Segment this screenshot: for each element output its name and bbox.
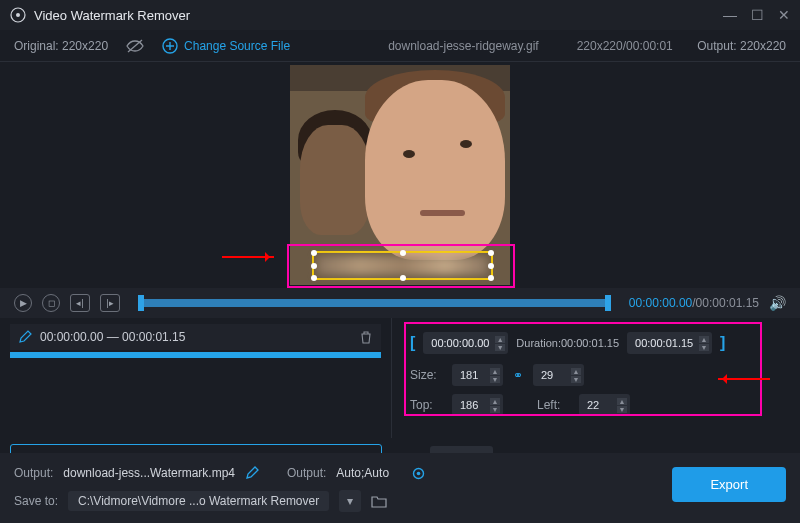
- size-label: Size:: [410, 368, 442, 382]
- clip-timeline[interactable]: [10, 352, 381, 358]
- minimize-button[interactable]: —: [723, 7, 737, 23]
- close-button[interactable]: ✕: [778, 7, 790, 23]
- output-settings-button[interactable]: [411, 466, 426, 481]
- clips-panel: 00:00:00.00 — 00:00:01.15: [0, 318, 392, 438]
- left-label: Left:: [537, 398, 569, 412]
- width-input[interactable]: 181 ▲▼: [452, 364, 503, 386]
- annotation-arrow: [222, 256, 274, 258]
- plus-circle-icon: [162, 38, 178, 54]
- save-path-dropdown[interactable]: ▾: [339, 490, 361, 512]
- volume-icon[interactable]: 🔊: [769, 295, 786, 311]
- resize-handle[interactable]: [488, 263, 494, 269]
- start-time-input[interactable]: 00:00:00.00 ▲▼: [423, 332, 508, 354]
- spinner-up[interactable]: ▲: [490, 368, 500, 375]
- spinner-down[interactable]: ▼: [490, 406, 500, 413]
- step-forward-button[interactable]: |▸: [100, 294, 120, 312]
- step-back-button[interactable]: ◂|: [70, 294, 90, 312]
- spinner-up[interactable]: ▲: [490, 398, 500, 405]
- maximize-button[interactable]: ☐: [751, 7, 764, 23]
- spinner-down[interactable]: ▼: [495, 344, 505, 351]
- resize-handle[interactable]: [311, 275, 317, 281]
- edit-output-name-button[interactable]: [245, 466, 259, 480]
- spinner-down[interactable]: ▼: [699, 344, 709, 351]
- spinner-up[interactable]: ▲: [699, 336, 709, 343]
- delete-clip-button[interactable]: [359, 330, 373, 344]
- video-preview: [0, 62, 800, 288]
- source-dimensions: 220x220/00:00:01: [577, 39, 673, 53]
- left-input[interactable]: 22 ▲▼: [579, 394, 630, 416]
- app-title: Video Watermark Remover: [34, 8, 190, 23]
- change-source-button[interactable]: Change Source File: [162, 38, 290, 54]
- output-format-value: Auto;Auto: [336, 466, 389, 480]
- save-path-value: C:\Vidmore\Vidmore ...o Watermark Remove…: [78, 494, 319, 508]
- app-logo-icon: [10, 7, 26, 23]
- spinner-up[interactable]: ▲: [495, 336, 505, 343]
- watermark-selection-box[interactable]: [312, 251, 493, 280]
- annotation-arrow: [718, 378, 770, 380]
- transport-bar: ▶ ◻ ◂| |▸ 00:00:00.00/00:00:01.15 🔊: [0, 288, 800, 318]
- resize-handle[interactable]: [400, 275, 406, 281]
- top-label: Top:: [410, 398, 442, 412]
- titlebar: Video Watermark Remover — ☐ ✕: [0, 0, 800, 30]
- output-resolution: Output: 220x220: [697, 39, 786, 53]
- height-input[interactable]: 29 ▲▼: [533, 364, 584, 386]
- set-start-bracket[interactable]: [: [410, 334, 415, 352]
- range-end-handle[interactable]: [605, 295, 611, 311]
- resize-handle[interactable]: [488, 275, 494, 281]
- play-button[interactable]: ▶: [14, 294, 32, 312]
- link-aspect-icon[interactable]: ⚭: [513, 368, 523, 382]
- export-button[interactable]: Export: [672, 467, 786, 502]
- pen-icon: [18, 330, 32, 344]
- duration-label: Duration:00:00:01.15: [516, 337, 619, 349]
- save-path-field[interactable]: C:\Vidmore\Vidmore ...o Watermark Remove…: [68, 491, 329, 511]
- range-start-handle[interactable]: [138, 295, 144, 311]
- resize-handle[interactable]: [488, 250, 494, 256]
- svg-point-5: [417, 471, 421, 475]
- output-file-label: Output:: [14, 466, 53, 480]
- output-file-value: download-jess...Watermark.mp4: [63, 466, 235, 480]
- info-bar: Original: 220x220 Change Source File dow…: [0, 30, 800, 62]
- video-frame[interactable]: [290, 65, 510, 285]
- stop-button[interactable]: ◻: [42, 294, 60, 312]
- spinner-down[interactable]: ▼: [571, 376, 581, 383]
- change-source-label: Change Source File: [184, 39, 290, 53]
- clip-row[interactable]: 00:00:00.00 — 00:00:01.15: [10, 324, 381, 350]
- top-input[interactable]: 186 ▲▼: [452, 394, 503, 416]
- time-display: 00:00:00.00/00:00:01.15: [629, 296, 759, 310]
- preview-toggle-icon[interactable]: [126, 39, 144, 53]
- svg-point-1: [16, 13, 20, 17]
- footer: Output: download-jess...Watermark.mp4 Ou…: [0, 453, 800, 523]
- open-folder-button[interactable]: [371, 494, 387, 508]
- spinner-up[interactable]: ▲: [617, 398, 627, 405]
- original-resolution: Original: 220x220: [14, 39, 108, 53]
- spinner-down[interactable]: ▼: [490, 376, 500, 383]
- source-filename: download-jesse-ridgeway.gif: [388, 39, 539, 53]
- clip-range-label: 00:00:00.00 — 00:00:01.15: [40, 330, 185, 344]
- set-end-bracket[interactable]: ]: [720, 334, 725, 352]
- end-time-input[interactable]: 00:00:01.15 ▲▼: [627, 332, 712, 354]
- spinner-down[interactable]: ▼: [617, 406, 627, 413]
- spinner-up[interactable]: ▲: [571, 368, 581, 375]
- resize-handle[interactable]: [311, 250, 317, 256]
- save-to-label: Save to:: [14, 494, 58, 508]
- resize-handle[interactable]: [400, 250, 406, 256]
- timeline-track[interactable]: [138, 299, 611, 307]
- resize-handle[interactable]: [311, 263, 317, 269]
- output-format-label: Output:: [287, 466, 326, 480]
